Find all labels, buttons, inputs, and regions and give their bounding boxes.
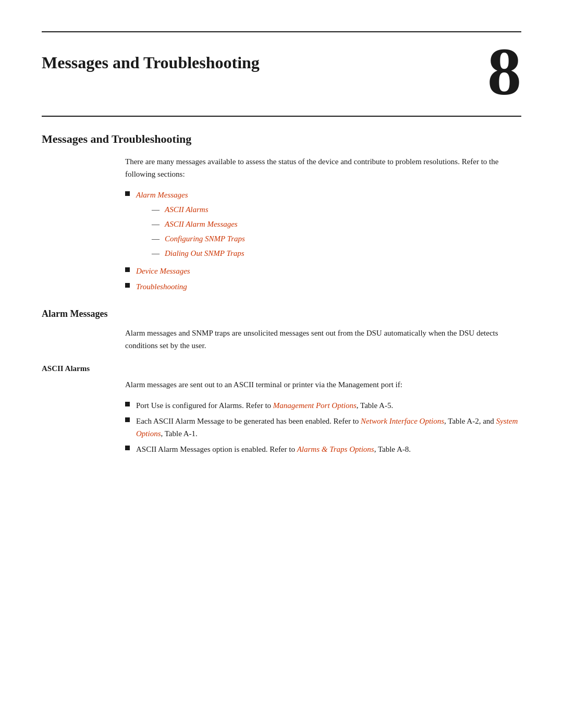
ascii-alarm-messages-link[interactable]: ASCII Alarm Messages [165,220,238,228]
main-content: Messages and Troubleshooting There are m… [42,132,521,455]
section-messages-troubleshooting: Messages and Troubleshooting There are m… [42,132,521,293]
list-item: Port Use is configured for Alarms. Refer… [125,399,521,412]
ascii-alarms-link[interactable]: ASCII Alarms [165,205,208,214]
list-item: Troubleshooting [125,280,521,293]
bullet-text-middle: , Table A-2, and [444,417,496,425]
sub-bullet-text: Configuring SNMP Traps [165,232,521,245]
configuring-snmp-traps-link[interactable]: Configuring SNMP Traps [165,235,245,243]
bullet-text: Alarm Messages — ASCII Alarms — [136,189,521,262]
sub-bullet-text: ASCII Alarm Messages [165,218,521,230]
network-interface-options-link[interactable]: Network Interface Options [361,417,444,425]
management-port-options-link[interactable]: Management Port Options [273,401,357,410]
sub-bullet-list: — ASCII Alarms — ASCII Alarm Messages [152,203,521,260]
chapter-title: Messages and Troubleshooting [42,53,487,72]
chapter-header: Messages and Troubleshooting 8 [42,32,521,110]
bullet-text: Troubleshooting [136,280,521,293]
bullet-text: Port Use is configured for Alarms. Refer… [136,399,521,412]
bullet-icon [125,446,130,450]
ascii-alarms-bullet-list: Port Use is configured for Alarms. Refer… [125,399,521,455]
sub-bullet-text: Dialing Out SNMP Traps [165,247,521,260]
bullet-text: Each ASCII Alarm Message to be generated… [136,415,521,440]
bullet-text-after: , Table A-1. [161,429,198,438]
bullet-text-before: Each ASCII Alarm Message to be generated… [136,417,361,425]
ascii-alarms-intro: Alarm messages are sent out to an ASCII … [125,378,521,391]
bullet-text-before: Port Use is configured for Alarms. Refer… [136,401,273,410]
chapter-number: 8 [487,38,521,105]
alarm-messages-link[interactable]: Alarm Messages [136,191,188,199]
ascii-alarms-heading: ASCII Alarms [42,364,521,373]
dash-icon: — [152,218,160,230]
bottom-rule [42,116,521,117]
dash-icon: — [152,232,160,245]
alarms-traps-options-link[interactable]: Alarms & Traps Options [297,445,374,453]
dash-icon: — [152,247,160,260]
list-item: — ASCII Alarms [152,203,521,216]
list-item: — Dialing Out SNMP Traps [152,247,521,260]
bullet-text-before: ASCII Alarm Messages option is enabled. … [136,445,297,453]
list-item: Alarm Messages — ASCII Alarms — [125,189,521,262]
sub-bullet-text: ASCII Alarms [165,203,521,216]
bullet-text: ASCII Alarm Messages option is enabled. … [136,443,521,455]
bullet-text-after: , Table A-5. [357,401,393,410]
section1-bullet-list: Alarm Messages — ASCII Alarms — [125,189,521,293]
bullet-text-after: , Table A-8. [374,445,411,453]
list-item: — ASCII Alarm Messages [152,218,521,230]
bullet-icon [125,417,130,422]
bullet-icon [125,267,130,272]
list-item: Device Messages [125,265,521,277]
list-item: — Configuring SNMP Traps [152,232,521,245]
device-messages-link[interactable]: Device Messages [136,267,190,275]
page: Messages and Troubleshooting 8 Messages … [0,31,563,728]
list-item: ASCII Alarm Messages option is enabled. … [125,443,521,455]
bullet-icon [125,191,130,196]
alarm-messages-body: Alarm messages and SNMP traps are unsoli… [125,327,521,352]
section-alarm-messages: Alarm Messages Alarm messages and SNMP t… [42,309,521,455]
ascii-alarms-section: ASCII Alarms Alarm messages are sent out… [42,364,521,455]
alarm-messages-heading: Alarm Messages [42,309,521,319]
bullet-text: Device Messages [136,265,521,277]
bullet-icon [125,283,130,288]
dialing-out-snmp-traps-link[interactable]: Dialing Out SNMP Traps [165,249,244,257]
troubleshooting-link[interactable]: Troubleshooting [136,282,187,291]
dash-icon: — [152,203,160,216]
bullet-icon [125,402,130,406]
section1-intro: There are many messages available to ass… [125,155,521,180]
section1-heading: Messages and Troubleshooting [42,132,521,146]
list-item: Each ASCII Alarm Message to be generated… [125,415,521,440]
